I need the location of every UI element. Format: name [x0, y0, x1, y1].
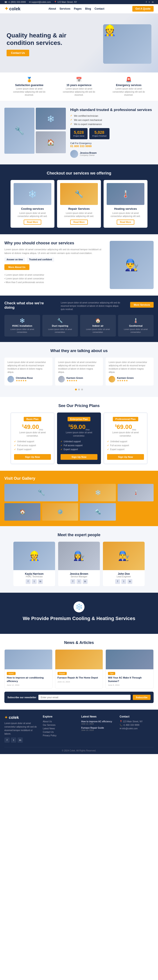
- topbar-social-fb[interactable]: f: [146, 1, 147, 3]
- gallery-item-3[interactable]: 🏠: [5, 503, 40, 521]
- team-social-tw-2[interactable]: t: [121, 579, 126, 584]
- team-card-2: 👨‍🔧 John Doe Lead Engineer f t in: [103, 542, 145, 586]
- feature-title-2: Emergency services: [111, 84, 147, 87]
- team-social-in-2[interactable]: in: [127, 579, 132, 584]
- news-section: News & Articles HVAC How to improve air …: [0, 634, 158, 710]
- news-title-1[interactable]: Furnace Repair At The Home Depot: [58, 676, 101, 679]
- team-img-1: 👩‍🔧: [58, 542, 100, 570]
- team-social-fb-0[interactable]: f: [26, 579, 31, 584]
- gallery-item-1[interactable]: ❄️: [80, 484, 116, 501]
- footer-explore-3[interactable]: Contact Us: [43, 731, 77, 733]
- topbar-social-tw[interactable]: t: [149, 1, 150, 3]
- news-title-2[interactable]: Will Your AC Make It Through Summer?: [108, 676, 151, 683]
- footer-social-in[interactable]: in: [18, 737, 23, 743]
- team-card-0: 👷 Kayla Harrison HVAC Technician f t in: [13, 542, 55, 586]
- dot-1[interactable]: [78, 389, 80, 390]
- service-btn-2[interactable]: Read More: [117, 220, 134, 224]
- footer-explore-1[interactable]: Our Services: [43, 724, 77, 726]
- footer: ✦ colek Lorem ipsum dolor sit amet conse…: [0, 710, 158, 754]
- whatelse-section: Check what else we're doing Lorem ipsum …: [0, 296, 158, 342]
- plan-cta-1[interactable]: Sign Up Now: [61, 454, 97, 460]
- nav-link-contact[interactable]: Contact: [95, 7, 105, 10]
- why-list-0: • Lorem ipsum dolor sit amet consectetur: [5, 273, 105, 277]
- newsletter-box: Subscribe our newsletter Subscribe: [5, 692, 153, 703]
- team-grid: 👷 Kayla Harrison HVAC Technician f t in …: [5, 542, 153, 586]
- footer-contact-1[interactable]: 📞 +1 800 333 9999: [119, 724, 153, 726]
- footer-news-title-0[interactable]: How to improve AC efficiency: [81, 720, 115, 723]
- nav-link-about[interactable]: About: [48, 7, 56, 10]
- plan-desc-0: Lorem ipsum dolor sit amet consectetur.: [14, 431, 51, 438]
- plan-features-2: Unlimited support Full access support Ex…: [107, 440, 144, 452]
- gallery-item-2[interactable]: 🌡️: [118, 484, 153, 501]
- footer-explore-4[interactable]: Privacy Policy: [43, 734, 77, 737]
- testimonial-card-0: Lorem ipsum dolor sit amet consectetur a…: [5, 358, 52, 385]
- plan-desc-1: Lorem ipsum dolor sit amet consectetur.: [61, 431, 97, 438]
- about-images: 🔧 ❄️ 🏠: [5, 108, 66, 154]
- news-grid: HVAC How to improve air conditioning eff…: [5, 649, 153, 689]
- footer-contact-2[interactable]: ✉ info@colek.com: [119, 727, 153, 730]
- team-social-fb-1[interactable]: f: [71, 579, 75, 584]
- logo-text: colek: [9, 6, 20, 11]
- pricing-card-0: Basic Plan $49.00/mo Lorem ipsum dolor s…: [11, 412, 55, 464]
- team-social-tw-0[interactable]: t: [32, 579, 37, 584]
- testimonial-author-0: Christina Rose ★★★★★: [8, 376, 49, 382]
- footer-col-contact: Contact 📍 123 Main Street, NY 📞 +1 800 3…: [119, 715, 153, 743]
- why-list-1: • Lorem ipsum dolor sit amet consectetur: [5, 277, 105, 280]
- gallery-header: Visit Our Gallery: [5, 476, 153, 481]
- team-socials-2: f t in: [105, 579, 142, 584]
- footer-social-fb[interactable]: f: [5, 737, 10, 743]
- nav-link-services[interactable]: Services: [60, 7, 70, 10]
- topbar: ☎ +1 (800) 333-9999 ✉ support@colek.com …: [0, 0, 158, 4]
- footer-social-tw[interactable]: t: [11, 737, 16, 743]
- whatelse-desc: Lorem ipsum dolor sit amet consectetur a…: [61, 301, 122, 311]
- feature-item-2: 🚨 Emergency services Lorem ipsum dolor s…: [111, 77, 147, 97]
- service-desc-1: Lorem ipsum dolor sit amet consectetur a…: [60, 212, 98, 218]
- footer-explore-2[interactable]: Latest News: [43, 727, 77, 730]
- services-section: Checkout our services we offering ❄️ Coo…: [0, 164, 158, 234]
- testimonial-name-0: Christina Rose: [16, 377, 33, 379]
- testimonial-avatar-0: [8, 376, 14, 382]
- team-img-2: 👨‍🔧: [103, 542, 145, 570]
- topbar-social-in[interactable]: in: [152, 1, 153, 3]
- service-btn-1[interactable]: Read More: [70, 220, 87, 224]
- hero-section: Quality heating & air condition services…: [0, 13, 158, 72]
- team-social-fb-2[interactable]: f: [115, 579, 120, 584]
- service-desc-2: Lorem ipsum dolor sit amet consectetur a…: [106, 212, 144, 218]
- feature-icon-2: 🚨: [111, 77, 147, 83]
- dot-0[interactable]: [75, 389, 77, 390]
- plan-cta-2[interactable]: Sign Up Now: [107, 454, 144, 460]
- dot-2[interactable]: [81, 389, 83, 390]
- gallery-item-0[interactable]: 🔧: [5, 484, 78, 501]
- nav-logo[interactable]: ✦ colek: [5, 6, 20, 12]
- why-cta-button[interactable]: More About Us: [5, 264, 29, 270]
- stat-num-1: 5,028: [92, 130, 106, 135]
- about-phone[interactable]: 01 800 333 9999: [70, 145, 153, 148]
- footer-col-about: ✦ colek Lorem ipsum dolor sit amet conse…: [5, 715, 39, 743]
- newsletter-submit-button[interactable]: Subscribe: [133, 695, 150, 700]
- service-card-2: 🌡️ Heating services Lorem ipsum dolor si…: [103, 180, 147, 228]
- plan-cta-0[interactable]: Sign Up Now: [14, 454, 51, 460]
- footer-explore-0[interactable]: About Us: [43, 720, 77, 723]
- service-btn-0[interactable]: Read More: [24, 220, 41, 224]
- footer-news-title-1[interactable]: Furnace Repair Guide: [81, 727, 115, 729]
- whatelse-cta-button[interactable]: More Services: [130, 302, 153, 308]
- nav-cta-button[interactable]: Get A Quote: [132, 6, 153, 12]
- pricing-grid: Basic Plan $49.00/mo Lorem ipsum dolor s…: [5, 412, 153, 464]
- gallery-item-5[interactable]: 🔩: [80, 503, 116, 521]
- nav-link-blog[interactable]: Blog: [85, 7, 91, 10]
- plan-desc-2: Lorem ipsum dolor sit amet consectetur.: [107, 431, 144, 438]
- plan-feature-2-1: Full access support: [107, 444, 144, 447]
- news-date-2: June 8, 2024: [108, 684, 151, 686]
- hero-cta-button[interactable]: Contact Us: [6, 50, 29, 56]
- team-social-in-1[interactable]: in: [83, 579, 87, 584]
- news-title-0[interactable]: How to improve air conditioning efficien…: [7, 676, 50, 683]
- service-card-1: 🔧 Repair Services Lorem ipsum dolor sit …: [57, 180, 101, 228]
- nav-link-pages[interactable]: Pages: [74, 7, 82, 10]
- newsletter-input[interactable]: [39, 695, 131, 700]
- why-list-2: • More than 5 and professionals services: [5, 280, 105, 284]
- team-social-in-0[interactable]: in: [38, 579, 43, 584]
- gallery-item-4[interactable]: ⚙️: [42, 503, 78, 521]
- team-social-tw-1[interactable]: t: [77, 579, 81, 584]
- news-card-img-0: [5, 650, 52, 669]
- newsletter-label: Subscribe our newsletter: [8, 696, 36, 698]
